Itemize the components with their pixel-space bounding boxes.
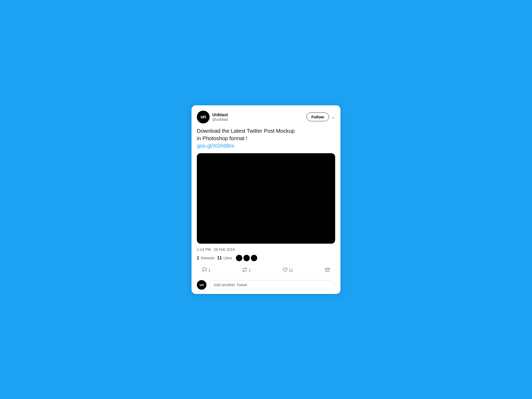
- tweet-header-left: un Unblast @unblast: [197, 111, 228, 123]
- avatar-initials: un: [201, 114, 206, 120]
- user-name: Unblast: [212, 113, 228, 117]
- tweet-text: Download the Latest Twitter Post Mockup …: [197, 127, 335, 149]
- tweet-card: un Unblast @unblast Follow ⌄ Download th…: [192, 105, 340, 294]
- retweet-icon: [242, 267, 247, 273]
- tweet-timestamp: 1:14 PM · 26 Feb 2019: [197, 247, 335, 252]
- like-avatar-2: [243, 255, 250, 261]
- reply-avatar-initials: un: [200, 283, 204, 287]
- likes-count: 11: [217, 256, 222, 260]
- retweet-count: 1: [197, 256, 199, 260]
- chevron-down-icon[interactable]: ⌄: [331, 114, 335, 120]
- tweet-header-right: Follow ⌄: [306, 113, 335, 121]
- mail-icon: [325, 267, 330, 273]
- follow-button[interactable]: Follow: [306, 113, 329, 121]
- tweet-reply-area: un: [197, 276, 335, 294]
- reply-count: 1: [208, 268, 210, 272]
- like-action-count: 11: [289, 268, 293, 272]
- tweet-actions: 1 1 11: [197, 265, 335, 276]
- likes-label: Likes: [223, 256, 232, 260]
- retweet-action[interactable]: 1: [242, 267, 251, 273]
- reply-avatar: un: [197, 280, 206, 290]
- user-avatar: un: [197, 111, 210, 123]
- like-action[interactable]: 11: [283, 267, 293, 273]
- tweet-text-line1: Download the Latest Twitter Post Mockup: [197, 128, 295, 134]
- tweet-link[interactable]: goo.gl/XGh9Bm: [197, 143, 234, 149]
- tweet-header: un Unblast @unblast Follow ⌄: [197, 111, 335, 123]
- tweet-text-line2: in Photoshop format !: [197, 135, 247, 141]
- mail-action[interactable]: [325, 267, 330, 273]
- reply-action[interactable]: 1: [202, 267, 210, 273]
- user-handle: @unblast: [212, 117, 228, 122]
- tweet-stats: 1 Retweet 11 Likes: [197, 255, 335, 265]
- reply-icon: [202, 267, 207, 273]
- like-avatar-1: [236, 255, 242, 261]
- like-icon: [283, 267, 288, 273]
- user-info: Unblast @unblast: [212, 113, 228, 122]
- tweet-media-image: [197, 153, 335, 244]
- retweet-label: Retweet: [201, 256, 214, 260]
- like-avatar-3: [251, 255, 257, 261]
- like-avatars: [236, 255, 257, 261]
- reply-input[interactable]: [209, 280, 335, 289]
- retweet-action-count: 1: [248, 268, 251, 272]
